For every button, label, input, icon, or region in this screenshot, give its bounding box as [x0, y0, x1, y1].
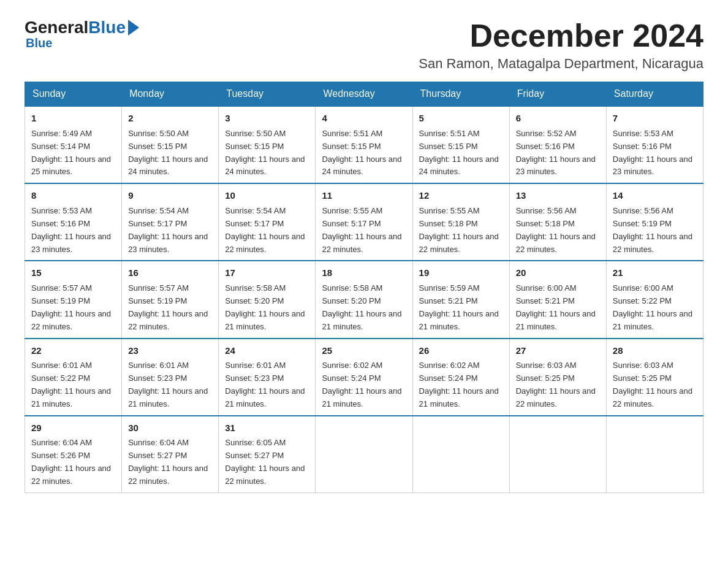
day-info: Sunrise: 5:52 AMSunset: 5:16 PMDaylight:…	[516, 129, 596, 177]
calendar-cell: 12 Sunrise: 5:55 AMSunset: 5:18 PMDaylig…	[412, 183, 509, 261]
day-number: 7	[613, 112, 697, 125]
logo-blue: Blue	[88, 18, 126, 37]
day-info: Sunrise: 6:00 AMSunset: 5:21 PMDaylight:…	[516, 283, 596, 331]
calendar-cell: 11 Sunrise: 5:55 AMSunset: 5:17 PMDaylig…	[316, 183, 412, 261]
day-info: Sunrise: 5:56 AMSunset: 5:19 PMDaylight:…	[613, 206, 692, 254]
calendar-cell: 5 Sunrise: 5:51 AMSunset: 5:15 PMDayligh…	[412, 106, 509, 183]
day-number: 28	[613, 344, 697, 358]
calendar-cell: 31 Sunrise: 6:05 AMSunset: 5:27 PMDaylig…	[219, 416, 316, 493]
calendar-cell	[412, 416, 509, 493]
day-info: Sunrise: 5:49 AMSunset: 5:14 PMDaylight:…	[31, 129, 111, 177]
column-header-thursday: Thursday	[412, 82, 509, 107]
day-number: 1	[31, 112, 115, 125]
day-info: Sunrise: 5:54 AMSunset: 5:17 PMDaylight:…	[128, 206, 208, 254]
day-number: 31	[225, 421, 309, 435]
day-number: 9	[128, 189, 212, 202]
calendar-cell: 21 Sunrise: 6:00 AMSunset: 5:22 PMDaylig…	[606, 261, 703, 338]
day-number: 8	[31, 189, 115, 202]
calendar-cell: 26 Sunrise: 6:02 AMSunset: 5:24 PMDaylig…	[412, 339, 509, 416]
calendar-cell: 29 Sunrise: 6:04 AMSunset: 5:26 PMDaylig…	[25, 416, 122, 493]
day-info: Sunrise: 6:02 AMSunset: 5:24 PMDaylight:…	[419, 361, 499, 408]
calendar-cell: 1 Sunrise: 5:49 AMSunset: 5:14 PMDayligh…	[25, 106, 122, 183]
day-number: 16	[128, 266, 212, 280]
calendar-cell: 27 Sunrise: 6:03 AMSunset: 5:25 PMDaylig…	[509, 339, 606, 416]
day-info: Sunrise: 5:54 AMSunset: 5:17 PMDaylight:…	[225, 206, 305, 254]
day-info: Sunrise: 5:57 AMSunset: 5:19 PMDaylight:…	[31, 283, 111, 331]
day-number: 12	[419, 189, 503, 202]
logo-area: GeneralBlue Blue	[25, 18, 139, 50]
calendar-cell: 22 Sunrise: 6:01 AMSunset: 5:22 PMDaylig…	[25, 339, 122, 416]
week-row-5: 29 Sunrise: 6:04 AMSunset: 5:26 PMDaylig…	[25, 416, 703, 493]
calendar-cell: 10 Sunrise: 5:54 AMSunset: 5:17 PMDaylig…	[219, 183, 316, 261]
day-number: 4	[322, 112, 406, 125]
calendar-cell	[606, 416, 703, 493]
day-number: 10	[225, 189, 309, 202]
day-info: Sunrise: 5:51 AMSunset: 5:15 PMDaylight:…	[322, 129, 401, 177]
day-info: Sunrise: 5:55 AMSunset: 5:17 PMDaylight:…	[322, 206, 401, 254]
day-number: 15	[31, 266, 115, 280]
day-number: 3	[225, 112, 309, 125]
column-header-sunday: Sunday	[25, 82, 122, 107]
day-number: 29	[31, 421, 115, 435]
day-info: Sunrise: 6:05 AMSunset: 5:27 PMDaylight:…	[225, 438, 305, 486]
day-info: Sunrise: 6:01 AMSunset: 5:23 PMDaylight:…	[225, 361, 305, 408]
day-number: 24	[225, 344, 309, 358]
calendar-cell: 4 Sunrise: 5:51 AMSunset: 5:15 PMDayligh…	[316, 106, 412, 183]
column-header-monday: Monday	[122, 82, 219, 107]
day-info: Sunrise: 5:58 AMSunset: 5:20 PMDaylight:…	[225, 283, 305, 331]
calendar-cell: 20 Sunrise: 6:00 AMSunset: 5:21 PMDaylig…	[509, 261, 606, 338]
calendar-cell: 17 Sunrise: 5:58 AMSunset: 5:20 PMDaylig…	[219, 261, 316, 338]
day-number: 25	[322, 344, 406, 358]
day-info: Sunrise: 6:02 AMSunset: 5:24 PMDaylight:…	[322, 361, 401, 408]
location-subtitle: San Ramon, Matagalpa Department, Nicarag…	[419, 56, 703, 72]
day-info: Sunrise: 5:50 AMSunset: 5:15 PMDaylight:…	[128, 129, 208, 177]
day-info: Sunrise: 5:55 AMSunset: 5:18 PMDaylight:…	[419, 206, 499, 254]
day-number: 20	[516, 266, 600, 280]
day-info: Sunrise: 6:00 AMSunset: 5:22 PMDaylight:…	[613, 283, 692, 331]
calendar-cell: 7 Sunrise: 5:53 AMSunset: 5:16 PMDayligh…	[606, 106, 703, 183]
calendar-cell: 16 Sunrise: 5:57 AMSunset: 5:19 PMDaylig…	[122, 261, 219, 338]
calendar-cell: 18 Sunrise: 5:58 AMSunset: 5:20 PMDaylig…	[316, 261, 412, 338]
day-number: 17	[225, 266, 309, 280]
logo: GeneralBlue	[25, 18, 139, 37]
calendar-cell: 23 Sunrise: 6:01 AMSunset: 5:23 PMDaylig…	[122, 339, 219, 416]
column-header-wednesday: Wednesday	[316, 82, 412, 107]
calendar-cell: 3 Sunrise: 5:50 AMSunset: 5:15 PMDayligh…	[219, 106, 316, 183]
column-header-tuesday: Tuesday	[219, 82, 316, 107]
day-info: Sunrise: 5:59 AMSunset: 5:21 PMDaylight:…	[419, 283, 499, 331]
day-number: 21	[613, 266, 697, 280]
day-info: Sunrise: 6:04 AMSunset: 5:26 PMDaylight:…	[31, 438, 111, 486]
calendar-cell: 24 Sunrise: 6:01 AMSunset: 5:23 PMDaylig…	[219, 339, 316, 416]
month-title: December 2024	[419, 18, 703, 53]
day-info: Sunrise: 6:01 AMSunset: 5:22 PMDaylight:…	[31, 361, 111, 408]
page-header: GeneralBlue Blue December 2024 San Ramon…	[25, 18, 703, 72]
day-number: 30	[128, 421, 212, 435]
calendar-header-row: SundayMondayTuesdayWednesdayThursdayFrid…	[25, 82, 703, 107]
title-area: December 2024 San Ramon, Matagalpa Depar…	[419, 18, 703, 72]
calendar-cell: 25 Sunrise: 6:02 AMSunset: 5:24 PMDaylig…	[316, 339, 412, 416]
day-number: 5	[419, 112, 503, 125]
calendar-cell: 6 Sunrise: 5:52 AMSunset: 5:16 PMDayligh…	[509, 106, 606, 183]
calendar-cell	[316, 416, 412, 493]
logo-arrow-icon	[128, 20, 139, 36]
day-number: 11	[322, 189, 406, 202]
calendar-cell: 15 Sunrise: 5:57 AMSunset: 5:19 PMDaylig…	[25, 261, 122, 338]
day-info: Sunrise: 5:58 AMSunset: 5:20 PMDaylight:…	[322, 283, 401, 331]
week-row-4: 22 Sunrise: 6:01 AMSunset: 5:22 PMDaylig…	[25, 339, 703, 416]
column-header-saturday: Saturday	[606, 82, 703, 107]
day-info: Sunrise: 6:04 AMSunset: 5:27 PMDaylight:…	[128, 438, 208, 486]
calendar-cell: 8 Sunrise: 5:53 AMSunset: 5:16 PMDayligh…	[25, 183, 122, 261]
day-number: 13	[516, 189, 600, 202]
day-number: 14	[613, 189, 697, 202]
day-info: Sunrise: 5:53 AMSunset: 5:16 PMDaylight:…	[613, 129, 692, 177]
week-row-2: 8 Sunrise: 5:53 AMSunset: 5:16 PMDayligh…	[25, 183, 703, 261]
week-row-3: 15 Sunrise: 5:57 AMSunset: 5:19 PMDaylig…	[25, 261, 703, 338]
day-info: Sunrise: 5:57 AMSunset: 5:19 PMDaylight:…	[128, 283, 208, 331]
day-number: 26	[419, 344, 503, 358]
calendar-cell	[509, 416, 606, 493]
logo-subtitle: Blue	[26, 36, 52, 50]
day-info: Sunrise: 5:56 AMSunset: 5:18 PMDaylight:…	[516, 206, 596, 254]
day-number: 22	[31, 344, 115, 358]
calendar-cell: 13 Sunrise: 5:56 AMSunset: 5:18 PMDaylig…	[509, 183, 606, 261]
day-info: Sunrise: 5:53 AMSunset: 5:16 PMDaylight:…	[31, 206, 111, 254]
